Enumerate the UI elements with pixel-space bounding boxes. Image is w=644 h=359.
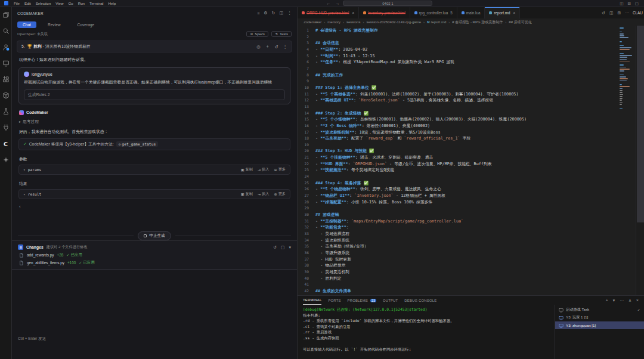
code-line[interactable]: ### Step 3: HUD 与技能 ✅ <box>315 148 644 154</box>
close-panel-icon[interactable]: × <box>636 298 639 303</box>
code-line[interactable] <box>315 66 644 72</box>
settings-gear-icon[interactable]: ⚙ <box>264 11 267 16</box>
list-icon[interactable]: ≡ <box>257 11 259 16</box>
code-line[interactable]: - **日期**: 2026-04-02 <box>315 47 644 53</box>
code-line[interactable] <box>315 205 644 212</box>
thinking-toggle[interactable]: ▸ 思考过程 <box>19 119 290 125</box>
new-terminal-icon[interactable]: + <box>606 298 608 303</box>
accounts-icon[interactable] <box>2 44 10 51</box>
codemaker-tab-chat[interactable]: Chat <box>17 21 36 28</box>
code-line[interactable] <box>315 142 644 148</box>
code-line[interactable]: - 等级升级系统 <box>315 250 644 256</box>
breadcrumb-item[interactable]: memory <box>327 20 340 24</box>
maximize-panel-icon[interactable]: ∧ <box>628 298 631 303</box>
code-line[interactable]: ### Step 1: 选择主角单位 ✅ <box>315 85 644 91</box>
nav-back-icon[interactable]: ← <box>325 1 332 5</box>
chevron-down-icon[interactable]: ▾ <box>23 168 26 172</box>
close-tab-icon[interactable]: × <box>513 11 515 15</box>
layout-sidebar-icon[interactable]: ◫ <box>620 1 623 6</box>
code-line[interactable]: - **物品栏 UI**: `Inventory.json` - 12格物品栏 … <box>315 193 644 199</box>
undo-icon[interactable]: ↺ <box>273 245 277 250</box>
terminal-instance[interactable]: Y3: zhongquan [1] <box>555 321 644 329</box>
terminal-output[interactable]: [debug]Network 已连接: {Network|127.0.0.1|5… <box>298 305 555 359</box>
code-line[interactable] <box>315 174 644 180</box>
code-line[interactable]: ## 游戏逻辑 <box>315 212 644 218</box>
code-line[interactable]: - HUD 实时更新 <box>315 256 644 263</box>
code-line[interactable]: ## 完成的工作 <box>315 72 644 79</box>
code-line[interactable]: - 胜利判定 <box>315 276 644 282</box>
code-line[interactable]: - **掉落配置**: 小怪 10-15% 掉落, Boss 100% 掉落多件 <box>315 199 644 206</box>
menu-terminal[interactable]: Terminal <box>87 1 106 5</box>
editor-scrollbar[interactable] <box>636 26 644 295</box>
breadcrumb-item[interactable]: sessions <box>346 20 360 24</box>
menu-file[interactable]: File <box>11 1 22 5</box>
code-line[interactable]: - 物品栏显示 <box>315 262 644 269</box>
code-line[interactable]: ### Step 2: 生成怪物 ✅ <box>315 110 644 117</box>
code-line[interactable]: - **5 个英雄备选**: 剑圣(100001)、法师(100002)、射手(… <box>315 91 644 98</box>
openspec-tests-button[interactable]: ⚗Tests <box>271 31 292 37</box>
code-line[interactable]: - **HUD 界面**: `ORPGHUD.json` - 等级/金币、波次信… <box>315 161 644 168</box>
split-editor-icon[interactable]: ◫ <box>609 11 613 16</box>
package-icon[interactable] <box>2 92 10 99</box>
code-line[interactable]: - **5 个技能物种**: 斩击、火球术、穿刺箭、暗影突袭、盾击 <box>315 154 644 161</box>
breadcrumb-item[interactable]: Mreport.md <box>427 20 446 24</box>
new-chat-icon[interactable]: ＋ <box>265 44 270 49</box>
tool-method[interactable]: ⚙get_game_status <box>116 141 159 147</box>
testing-icon[interactable] <box>2 108 10 115</box>
diff-icon[interactable]: ▢ <box>281 245 285 250</box>
breadcrumb-item[interactable]: .codemaker <box>303 20 321 24</box>
breadcrumb-item[interactable]: ## 后续可优化 <box>509 20 531 25</box>
menu-go[interactable]: Go <box>66 1 75 5</box>
changed-file-row[interactable]: add_rewards.py+28✓已应用 <box>18 251 291 259</box>
code-line[interactable]: ### Step 4: 装备掉落 ✅ <box>315 180 644 187</box>
copy-button[interactable]: ▣复制 <box>241 191 253 197</box>
code-line[interactable]: - **2 个 Boss 物种**: 熔岩怪(400001)、炎魔(400002… <box>315 123 644 129</box>
editor-tab[interactable]: report.md× <box>485 7 520 18</box>
code-line[interactable]: - **主控制器**: `maps/EntryMap/script/game/r… <box>315 218 644 225</box>
code-line[interactable]: - 击杀奖励（经验/金币） <box>315 243 644 250</box>
layout-panel-icon[interactable]: ⊟ <box>627 1 630 6</box>
chat-input-area[interactable]: Ctrl + Enter 发送 <box>12 270 297 359</box>
history-icon[interactable]: ↺ <box>274 44 278 49</box>
insert-button[interactable]: ⇥插入 <box>258 167 270 172</box>
editor-tab[interactable]: inventory-preview.html <box>359 7 410 18</box>
editor-content[interactable]: # 会话报告 - RPG 游戏完整制作## 会话信息- **日期**: 2026… <box>313 26 644 295</box>
refresh-icon[interactable]: ↻ <box>272 11 275 16</box>
editor-tab[interactable]: main.lua <box>457 7 485 18</box>
chat-history[interactable]: 5. 🏆胜利 - 消灭所有10波怪物后获胜 ◎＋↺⋮ 玩得开心！如果遇到问题随时… <box>12 38 297 231</box>
code-line[interactable]: - **5 个物品物种**: 铁剑、皮甲、力量戒指、魔法披风、生命之心 <box>315 186 644 193</box>
codemaker-icon[interactable]: C <box>2 140 10 147</box>
breadcrumb-item[interactable]: session-20260402-1143-rpg-game <box>366 20 421 24</box>
more-button[interactable]: ⊕更多 <box>274 167 286 172</box>
code-line[interactable]: - **时间**: 11:43 - 12:15 <box>315 53 644 60</box>
terminal-task-group[interactable]: 启动游戏 Task✓ <box>555 306 644 314</box>
editor[interactable]: 1234567891011121314151617181920212223242… <box>298 26 644 295</box>
collapsed-params-row[interactable]: ▾params▣复制⇥插入⊕更多 <box>18 165 290 175</box>
code-line[interactable]: - **英雄选择 UI**: `HeroSelect.json` - 5选1界面… <box>315 97 644 104</box>
code-line[interactable]: - **技能施法**: 每个英雄绑定对应Q技能 <box>315 167 644 174</box>
code-line[interactable]: - **波次刷怪机制**: 10波，每波递增怪物数量，第5/10波出Boss <box>315 129 644 136</box>
openspec-specs-button[interactable]: ⚙Specs <box>246 31 268 37</box>
changed-file-row[interactable]: gen_abilities_items.py+100✓已应用 <box>18 259 291 267</box>
code-line[interactable]: - **任务**: 根据 Y3AgentRoadMap.md 策划案制作类 Wa… <box>315 59 644 66</box>
menu-edit[interactable]: Edit <box>22 1 33 5</box>
open-changes-icon[interactable]: ↺ <box>602 11 605 16</box>
codemaker-tab-coverage[interactable]: Coverage <box>72 21 100 28</box>
code-line[interactable] <box>315 78 644 85</box>
code-line[interactable]: - 波次刷怪系统 <box>315 237 644 244</box>
code-line[interactable]: - **功能包含**: <box>315 224 644 231</box>
explorer-icon[interactable] <box>2 11 10 18</box>
pager-prev[interactable]: ‹ <box>19 204 297 209</box>
command-center-search[interactable]: 0402 1 <box>343 1 432 6</box>
rules-attachment[interactable]: 生成Rules 2 <box>24 89 285 100</box>
ai-sparkle-icon[interactable] <box>2 156 10 163</box>
code-line[interactable]: - 英雄选择流程 <box>315 231 644 237</box>
kebab-menu-icon[interactable]: ⋮ <box>287 11 292 16</box>
more-icon[interactable]: ⋮ <box>283 44 288 49</box>
panel-tab-output[interactable]: OUTPUT <box>383 296 398 305</box>
menu-view[interactable]: View <box>53 1 66 5</box>
extensions-icon[interactable] <box>2 76 10 83</box>
code-line[interactable] <box>315 34 644 41</box>
tool-call[interactable]: ✓ CodeMaker 将使用【y3-helper】工具中的方法: ⚙get_g… <box>18 138 290 150</box>
panel-tab-problems[interactable]: PROBLEMS23 <box>348 296 376 305</box>
